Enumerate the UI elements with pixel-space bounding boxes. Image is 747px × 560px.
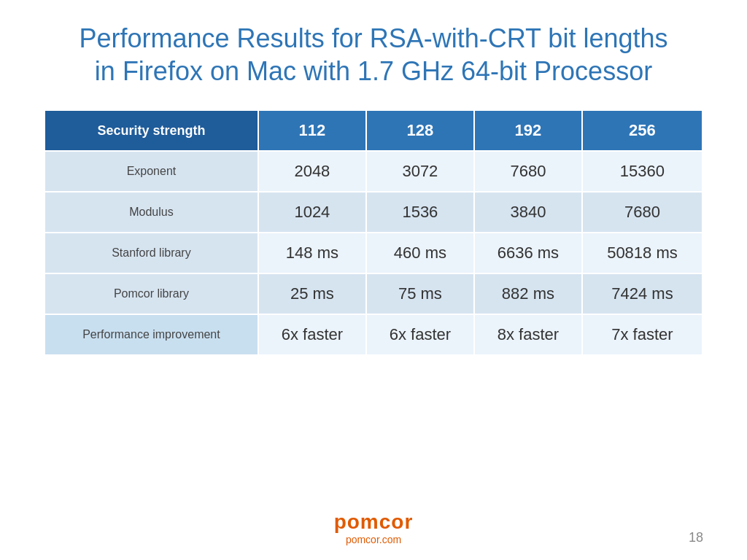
table-row: Stanford library 148 ms 460 ms 6636 ms 5…: [44, 233, 703, 273]
row-pomcor-112: 25 ms: [258, 273, 366, 314]
row-label-stanford: Stanford library: [44, 233, 258, 273]
header-col-112: 112: [258, 110, 366, 151]
row-exponent-256: 15360: [582, 151, 703, 192]
row-label-performance: Performance improvement: [44, 314, 258, 355]
row-stanford-128: 460 ms: [366, 233, 474, 273]
row-perf-192: 8x faster: [474, 314, 582, 355]
slide-title: Performance Results for RSA-with-CRT bit…: [44, 22, 703, 88]
row-pomcor-128: 75 ms: [366, 273, 474, 314]
table-row: Pomcor library 25 ms 75 ms 882 ms 7424 m…: [44, 273, 703, 314]
table-container: Security strength 112 128 192 256 Expone…: [44, 109, 703, 356]
row-label-exponent: Exponent: [44, 151, 258, 192]
header-col-256: 256: [582, 110, 703, 151]
row-label-modulus: Modulus: [44, 192, 258, 233]
header-col-128: 128: [366, 110, 474, 151]
page-number: 18: [689, 530, 703, 545]
slide: Performance Results for RSA-with-CRT bit…: [0, 0, 747, 560]
pomcor-url: pomcor.com: [346, 534, 401, 545]
row-exponent-192: 7680: [474, 151, 582, 192]
pomcor-logo: pomcor pomcor.com: [334, 510, 414, 545]
row-pomcor-192: 882 ms: [474, 273, 582, 314]
row-modulus-128: 1536: [366, 192, 474, 233]
row-stanford-256: 50818 ms: [582, 233, 703, 273]
table-row: Exponent 2048 3072 7680 15360: [44, 151, 703, 192]
table-row: Performance improvement 6x faster 6x fas…: [44, 314, 703, 355]
header-col-192: 192: [474, 110, 582, 151]
row-exponent-112: 2048: [258, 151, 366, 192]
table-row: Modulus 1024 1536 3840 7680: [44, 192, 703, 233]
row-modulus-192: 3840: [474, 192, 582, 233]
footer: pomcor pomcor.com: [0, 510, 747, 545]
row-exponent-128: 3072: [366, 151, 474, 192]
row-stanford-192: 6636 ms: [474, 233, 582, 273]
row-modulus-256: 7680: [582, 192, 703, 233]
row-label-pomcor: Pomcor library: [44, 273, 258, 314]
row-modulus-112: 1024: [258, 192, 366, 233]
row-perf-128: 6x faster: [366, 314, 474, 355]
row-perf-256: 7x faster: [582, 314, 703, 355]
pomcor-brand-name: pomcor: [334, 510, 414, 534]
row-perf-112: 6x faster: [258, 314, 366, 355]
table-header-row: Security strength 112 128 192 256: [44, 110, 703, 151]
row-stanford-112: 148 ms: [258, 233, 366, 273]
row-pomcor-256: 7424 ms: [582, 273, 703, 314]
results-table: Security strength 112 128 192 256 Expone…: [44, 109, 703, 356]
header-security-strength: Security strength: [44, 110, 258, 151]
